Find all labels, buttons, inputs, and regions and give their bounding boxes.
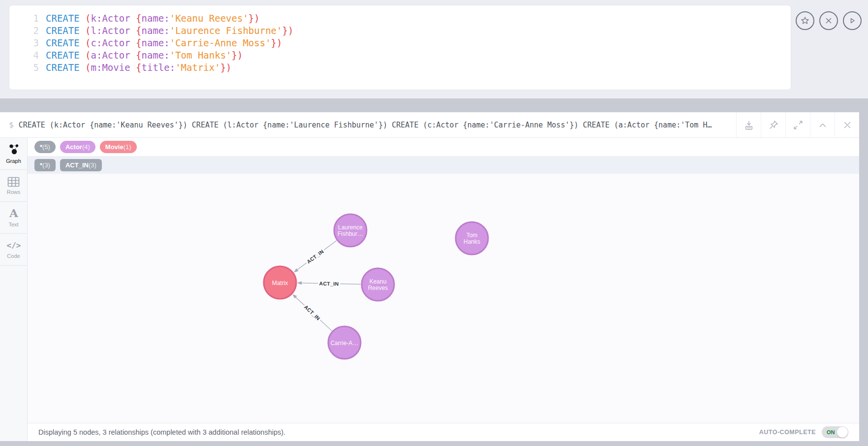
view-tab-label: Text [8, 222, 18, 227]
node-filter-movie[interactable]: Movie(1) [100, 141, 137, 153]
graph-view-icon [7, 143, 20, 156]
graph-svg[interactable]: ACT_INACT_INACT_INLaurenceFishbur…TomHan… [28, 174, 859, 423]
collapse-button[interactable] [810, 112, 835, 137]
editor-actions [796, 11, 862, 30]
collapse-icon [817, 120, 828, 130]
rows-view-icon [7, 177, 20, 187]
run-button[interactable] [843, 11, 862, 30]
graph-edge-act_in[interactable]: ACT_IN [293, 294, 332, 331]
result-frame: $ CREATE (k:Actor {name:'Keanu Reeves'})… [0, 112, 859, 441]
view-tab-label: Graph [6, 158, 21, 164]
rel-filter-act_in[interactable]: ACT_IN(3) [60, 159, 102, 171]
line-number: 1 [13, 12, 39, 25]
frame-footer: Displaying 5 nodes, 3 relationships (com… [28, 423, 859, 441]
download-button[interactable] [736, 112, 761, 137]
code-view-icon: </> [6, 240, 22, 251]
pin-icon [768, 120, 779, 130]
frame-header: $ CREATE (k:Actor {name:'Keanu Reeves'})… [0, 112, 859, 138]
toggle-state-text: ON [827, 429, 835, 435]
code-line: 2CREATE (l:Actor {name:'Laurence Fishbur… [13, 25, 791, 37]
prompt-symbol: $ [9, 120, 14, 129]
view-tab-label: Rows [7, 189, 21, 195]
executed-query-text: CREATE (k:Actor {name:'Keanu Reeves'}) C… [19, 121, 736, 129]
code-lines: 1CREATE (k:Actor {name:'Keanu Reeves'})2… [13, 12, 791, 74]
node-filter-all[interactable]: *(5) [34, 141, 56, 153]
result-region: $ CREATE (k:Actor {name:'Keanu Reeves'})… [0, 98, 868, 446]
autocomplete-toggle[interactable]: ON [822, 426, 848, 438]
line-number: 3 [13, 37, 39, 49]
expand-button[interactable] [785, 112, 810, 137]
code-line: 5CREATE (m:Movie {title:'Matrix'}) [13, 62, 791, 74]
graph-edge-act_in[interactable]: ACT_IN [294, 241, 337, 272]
node-label-filters: *(5)Actor(4)Movie(1) [28, 138, 859, 156]
line-number: 5 [13, 62, 39, 74]
cypher-editor[interactable]: 1CREATE (k:Actor {name:'Keanu Reeves'})2… [9, 5, 791, 90]
clear-icon [824, 16, 834, 26]
code-line: 4CREATE (a:Actor {name:'Tom Hanks'}) [13, 49, 791, 62]
relationship-type-filters: *(3)ACT_IN(3) [28, 156, 859, 174]
view-sidebar: GraphRowsAText</>Code [0, 138, 28, 441]
line-number: 2 [13, 25, 39, 37]
expand-icon [793, 120, 804, 130]
download-icon [744, 120, 754, 130]
view-tab-rows[interactable]: Rows [0, 170, 27, 202]
close-button[interactable] [835, 112, 859, 137]
edge-label: ACT_IN [303, 304, 321, 321]
result-main: *(5)Actor(4)Movie(1) *(3)ACT_IN(3) ACT_I… [28, 138, 859, 441]
pin-button[interactable] [761, 112, 785, 137]
svg-text:</>: </> [6, 241, 21, 250]
clear-button[interactable] [819, 11, 838, 30]
graph-node-tom[interactable]: TomHanks [456, 222, 488, 255]
edge-label: ACT_IN [319, 281, 339, 287]
view-tab-text[interactable]: AText [0, 202, 27, 234]
graph-node-matrix[interactable]: Matrix [264, 266, 296, 299]
view-tab-label: Code [7, 253, 20, 259]
favorite-icon [800, 16, 810, 26]
run-icon [847, 16, 857, 26]
line-number: 4 [13, 49, 39, 62]
frame-body: GraphRowsAText</>Code *(5)Actor(4)Movie(… [0, 138, 859, 441]
status-text: Displaying 5 nodes, 3 relationships (com… [38, 428, 285, 436]
graph-node-laurence[interactable]: LaurenceFishbur… [334, 214, 367, 247]
rel-filter-all[interactable]: *(3) [34, 159, 56, 171]
graph-canvas[interactable]: ACT_INACT_INACT_INLaurenceFishbur…TomHan… [28, 174, 859, 423]
text-view-icon: A [8, 208, 20, 220]
svg-text:A: A [9, 208, 19, 220]
autocomplete-label: AUTO-COMPLETE [759, 429, 816, 436]
edge-label: ACT_IN [306, 248, 325, 264]
view-tab-code[interactable]: </>Code [0, 234, 27, 266]
graph-node-carrie[interactable]: Carrie-A… [328, 326, 361, 359]
favorite-button[interactable] [796, 11, 814, 30]
graph-edge-act_in[interactable]: ACT_IN [297, 281, 361, 287]
code-line: 3CREATE (c:Actor {name:'Carrie-Anne Moss… [13, 37, 791, 49]
code-line: 1CREATE (k:Actor {name:'Keanu Reeves'}) [13, 12, 791, 25]
view-tab-graph[interactable]: Graph [0, 138, 27, 170]
close-icon [842, 120, 853, 130]
node-filter-actor[interactable]: Actor(4) [60, 141, 95, 153]
graph-node-keanu[interactable]: KeanuReeves [362, 268, 394, 301]
frame-toolbar [736, 112, 859, 137]
toggle-knob[interactable] [837, 427, 848, 438]
autocomplete-control: AUTO-COMPLETE ON [759, 426, 848, 438]
